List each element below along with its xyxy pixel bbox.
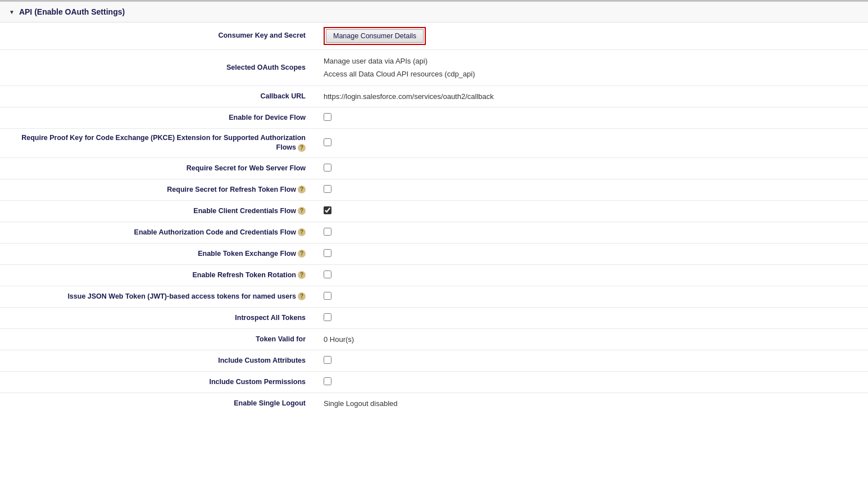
form-row-callback-url: Callback URLhttps://login.salesforce.com… xyxy=(0,86,868,107)
value-enable-token-exchange xyxy=(315,245,868,263)
form-row-pkce-extension: Require Proof Key for Code Exchange (PKC… xyxy=(0,129,868,158)
checkbox-introspect-all-tokens[interactable] xyxy=(324,313,331,321)
checkbox-pkce-extension[interactable] xyxy=(324,138,331,146)
label-require-secret-web-server: Require Secret for Web Server Flow xyxy=(0,159,315,178)
value-include-custom-attributes xyxy=(315,351,868,370)
label-require-secret-refresh-token: Require Secret for Refresh Token Flow? xyxy=(0,181,315,200)
label-enable-refresh-token-rotation: Enable Refresh Token Rotation? xyxy=(0,266,315,285)
form-row-token-valid-for: Token Valid for0 Hour(s) xyxy=(0,329,868,350)
value-token-valid-for: 0 Hour(s) xyxy=(315,331,868,348)
help-icon[interactable]: ? xyxy=(298,186,306,193)
checkbox-issue-jwt-tokens[interactable] xyxy=(324,292,331,300)
section-header: ▼ API (Enable OAuth Settings) xyxy=(0,2,868,22)
checkbox-enable-refresh-token-rotation[interactable] xyxy=(324,270,331,278)
oauth-scope-item: Manage user data via APIs (api) xyxy=(324,55,859,67)
form-row-include-custom-attributes: Include Custom Attributes xyxy=(0,350,868,372)
manage-consumer-details-button[interactable]: Manage Consumer Details xyxy=(326,29,424,43)
help-icon[interactable]: ? xyxy=(298,207,306,215)
form-row-issue-jwt-tokens: Issue JSON Web Token (JWT)-based access … xyxy=(0,286,868,308)
label-include-custom-attributes: Include Custom Attributes xyxy=(0,351,315,371)
label-token-valid-for: Token Valid for xyxy=(0,330,315,349)
value-introspect-all-tokens xyxy=(315,309,868,327)
help-icon[interactable]: ? xyxy=(298,250,306,258)
label-issue-jwt-tokens: Issue JSON Web Token (JWT)-based access … xyxy=(0,287,315,306)
label-enable-device-flow: Enable for Device Flow xyxy=(0,109,315,128)
checkbox-require-secret-refresh-token[interactable] xyxy=(324,185,331,193)
value-selected-oauth-scopes: Manage user data via APIs (api)Access al… xyxy=(315,50,868,85)
value-issue-jwt-tokens xyxy=(315,287,868,306)
value-require-secret-refresh-token xyxy=(315,181,868,199)
form-row-enable-single-logout: Enable Single LogoutSingle Logout disabl… xyxy=(0,393,868,414)
help-icon[interactable]: ? xyxy=(298,228,306,236)
checkbox-enable-client-credentials[interactable] xyxy=(324,206,331,214)
form-row-introspect-all-tokens: Introspect All Tokens xyxy=(0,308,868,329)
value-enable-refresh-token-rotation xyxy=(315,266,868,285)
value-enable-device-flow xyxy=(315,109,868,127)
collapse-icon: ▼ xyxy=(9,9,15,15)
value-pkce-extension xyxy=(315,134,868,152)
checkbox-include-custom-attributes[interactable] xyxy=(324,356,331,364)
label-enable-client-credentials: Enable Client Credentials Flow? xyxy=(0,202,315,221)
section-title: API (Enable OAuth Settings) xyxy=(19,7,125,16)
label-consumer-key-secret: Consumer Key and Secret xyxy=(0,26,315,46)
oauth-scope-item: Access all Data Cloud API resources (cdp… xyxy=(324,67,859,80)
label-callback-url: Callback URL xyxy=(0,87,315,106)
help-icon[interactable]: ? xyxy=(298,292,306,300)
form-body: Consumer Key and SecretManage Consumer D… xyxy=(0,22,868,414)
value-enable-single-logout: Single Logout disabled xyxy=(315,395,868,412)
form-row-enable-device-flow: Enable for Device Flow xyxy=(0,107,868,129)
form-row-include-custom-permissions: Include Custom Permissions xyxy=(0,372,868,393)
help-icon[interactable]: ? xyxy=(298,144,306,152)
form-row-require-secret-refresh-token: Require Secret for Refresh Token Flow? xyxy=(0,179,868,201)
form-row-enable-client-credentials: Enable Client Credentials Flow? xyxy=(0,201,868,222)
form-row-require-secret-web-server: Require Secret for Web Server Flow xyxy=(0,158,868,179)
checkbox-require-secret-web-server[interactable] xyxy=(324,164,331,172)
manage-consumer-details-highlight: Manage Consumer Details xyxy=(324,27,426,45)
label-selected-oauth-scopes: Selected OAuth Scopes xyxy=(0,58,315,78)
form-row-consumer-key-secret: Consumer Key and SecretManage Consumer D… xyxy=(0,22,868,50)
page-container: ▼ API (Enable OAuth Settings) Consumer K… xyxy=(0,0,868,478)
form-row-enable-refresh-token-rotation: Enable Refresh Token Rotation? xyxy=(0,265,868,286)
value-enable-auth-code-credentials xyxy=(315,223,868,242)
form-row-enable-token-exchange: Enable Token Exchange Flow? xyxy=(0,243,868,265)
value-enable-client-credentials xyxy=(315,202,868,220)
help-icon[interactable]: ? xyxy=(298,271,306,279)
value-consumer-key-secret: Manage Consumer Details xyxy=(315,22,868,49)
label-include-custom-permissions: Include Custom Permissions xyxy=(0,373,315,392)
label-enable-token-exchange: Enable Token Exchange Flow? xyxy=(0,245,315,264)
label-enable-single-logout: Enable Single Logout xyxy=(0,394,315,413)
form-row-enable-auth-code-credentials: Enable Authorization Code and Credential… xyxy=(0,222,868,243)
checkbox-enable-auth-code-credentials[interactable] xyxy=(324,228,331,236)
form-row-selected-oauth-scopes: Selected OAuth ScopesManage user data vi… xyxy=(0,50,868,86)
checkbox-enable-device-flow[interactable] xyxy=(324,113,331,121)
label-enable-auth-code-credentials: Enable Authorization Code and Credential… xyxy=(0,223,315,242)
value-require-secret-web-server xyxy=(315,159,868,178)
checkbox-enable-token-exchange[interactable] xyxy=(324,249,331,257)
label-introspect-all-tokens: Introspect All Tokens xyxy=(0,309,315,328)
checkbox-include-custom-permissions[interactable] xyxy=(324,377,331,385)
label-pkce-extension: Require Proof Key for Code Exchange (PKC… xyxy=(0,129,315,157)
value-include-custom-permissions xyxy=(315,373,868,391)
value-callback-url: https://login.salesforce.com/services/oa… xyxy=(315,88,868,105)
